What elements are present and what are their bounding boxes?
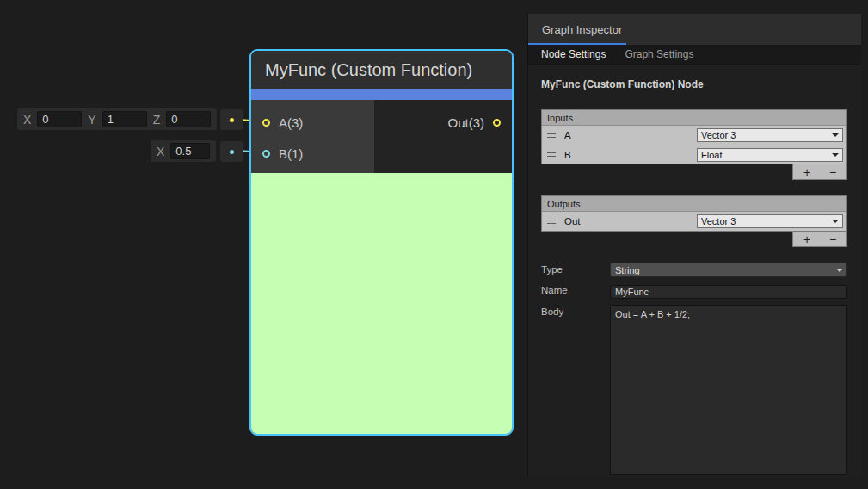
body-textarea[interactable]: Out = A + B + 1/2; (610, 305, 847, 475)
inspector-tabs: Node Settings Graph Settings (528, 45, 861, 65)
port-row-a: A(3) (251, 107, 374, 138)
input-a-type-value: Vector 3 (701, 130, 736, 140)
add-input-button[interactable]: + (794, 165, 820, 179)
vector3-input-widget: X Y Z (17, 108, 217, 130)
node-title-bar[interactable]: MyFunc (Custom Function) (251, 51, 512, 89)
float-port-dot-icon (230, 150, 234, 154)
float-x-label: X (157, 145, 164, 158)
input-a-type-dropdown[interactable]: Vector 3 (697, 128, 843, 142)
outputs-list-footer: + − (792, 232, 847, 247)
outputs-list-header: Outputs (542, 196, 846, 212)
custom-function-node[interactable]: MyFunc (Custom Function) A(3) B(1) Out(3… (249, 49, 514, 436)
inspector-title: Graph Inspector (542, 23, 622, 36)
inputs-row-a[interactable]: A Vector 3 (542, 126, 846, 145)
input-b-type-value: Float (701, 150, 722, 160)
inputs-list-header: Inputs (542, 110, 846, 126)
inputs-list-footer-wrap: + − (541, 164, 847, 180)
chevron-down-icon (836, 269, 843, 272)
float-output-stub[interactable] (220, 141, 243, 162)
vector3-x-field[interactable] (37, 111, 82, 127)
float-input-widget: X (151, 140, 216, 162)
drag-handle-icon[interactable] (547, 152, 556, 157)
port-b-connector-icon[interactable] (262, 150, 270, 158)
port-row-out: Out(3) (374, 107, 512, 138)
vector3-y-field[interactable] (102, 111, 147, 127)
function-fields: Type String Name Body Out = A + B + 1/2; (541, 263, 847, 479)
outputs-row-out[interactable]: Out Vector 3 (542, 212, 846, 231)
inspector-content: MyFunc (Custom Function) Node Inputs A V… (528, 65, 861, 485)
vector3-z-label: Z (153, 113, 161, 127)
drag-handle-icon[interactable] (547, 220, 556, 224)
tab-node-settings[interactable]: Node Settings (541, 48, 606, 60)
node-selection-strip (251, 89, 512, 100)
inspector-header[interactable]: Graph Inspector (528, 14, 861, 45)
add-output-button[interactable]: + (794, 232, 820, 246)
vector3-z-field[interactable] (166, 111, 211, 127)
node-output-ports: Out(3) (374, 100, 512, 173)
node-ports-area: A(3) B(1) Out(3) (251, 100, 512, 173)
inputs-list: Inputs A Vector 3 B Float (541, 109, 847, 164)
input-a-name: A (564, 130, 571, 140)
name-field-row: Name (541, 283, 847, 299)
chevron-down-icon (832, 133, 839, 137)
inputs-row-b[interactable]: B Float (542, 145, 846, 164)
chevron-down-icon (832, 153, 839, 157)
tab-graph-settings[interactable]: Graph Settings (625, 48, 693, 60)
drag-handle-icon[interactable] (547, 133, 556, 138)
graph-inspector-panel: Graph Inspector Node Settings Graph Sett… (527, 14, 861, 477)
port-a-label: A(3) (279, 115, 303, 130)
node-settings-heading: MyFunc (Custom Function) Node (541, 78, 847, 90)
input-b-name: B (564, 150, 571, 160)
vector3-x-label: X (23, 113, 31, 127)
name-input[interactable] (610, 285, 847, 299)
port-b-label: B(1) (279, 146, 303, 161)
remove-input-button[interactable]: − (820, 165, 846, 179)
body-label: Body (541, 305, 610, 317)
port-a-connector-icon[interactable] (262, 119, 270, 127)
name-label: Name (541, 283, 610, 295)
port-out-connector-icon[interactable] (493, 119, 501, 127)
type-dropdown[interactable]: String (610, 263, 847, 277)
body-field-row: Body Out = A + B + 1/2; (541, 305, 847, 479)
output-out-type-dropdown[interactable]: Vector 3 (697, 214, 843, 228)
remove-output-button[interactable]: − (820, 232, 846, 246)
type-label: Type (541, 263, 610, 275)
input-b-type-dropdown[interactable]: Float (697, 148, 843, 162)
output-out-type-value: Vector 3 (701, 216, 736, 226)
inspector-active-underline (528, 43, 626, 45)
vector3-port-dot-icon (230, 118, 234, 122)
node-input-ports: A(3) B(1) (251, 100, 374, 173)
type-value: String (615, 265, 640, 275)
port-row-b: B(1) (251, 138, 374, 169)
float-x-field[interactable] (170, 143, 210, 159)
type-field-row: Type String (541, 263, 847, 277)
vector3-output-stub[interactable] (220, 109, 243, 130)
outputs-list: Outputs Out Vector 3 (541, 195, 847, 232)
inputs-list-footer: + − (792, 164, 847, 180)
chevron-down-icon (832, 220, 839, 223)
outputs-list-footer-wrap: + − (541, 232, 847, 247)
port-out-label: Out(3) (447, 115, 484, 130)
node-preview (251, 173, 512, 434)
output-out-name: Out (564, 216, 581, 226)
node-title: MyFunc (Custom Function) (265, 60, 472, 80)
vector3-y-label: Y (88, 113, 95, 127)
